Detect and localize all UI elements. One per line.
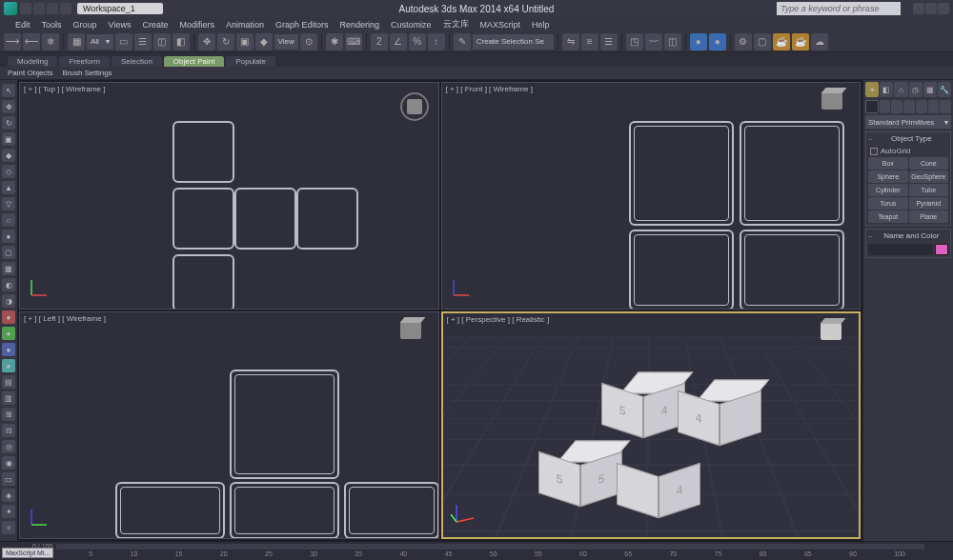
- display-tab-icon[interactable]: ▦: [923, 82, 937, 97]
- lt-cyan-icon[interactable]: ●: [2, 359, 15, 372]
- prim-sphere-button[interactable]: Sphere: [868, 170, 908, 183]
- manipulate-icon[interactable]: ✱: [326, 33, 343, 50]
- lt-tool-icon[interactable]: ▥: [2, 391, 15, 405]
- lt-tool-icon[interactable]: ▢: [2, 246, 15, 259]
- viewcube-icon[interactable]: [400, 92, 425, 117]
- tab-selection[interactable]: Selection: [112, 56, 162, 67]
- helpers-icon[interactable]: [916, 100, 927, 113]
- shapes-icon[interactable]: [880, 100, 891, 113]
- rollout-header[interactable]: Name and Color: [875, 231, 948, 242]
- workspace-selector[interactable]: Workspace_1: [77, 3, 163, 14]
- lt-tool-icon[interactable]: ⊟: [2, 424, 15, 437]
- lt-tool-icon[interactable]: ◇: [2, 165, 15, 178]
- lt-tool-icon[interactable]: ✦: [2, 505, 15, 518]
- edit-named-sel-icon[interactable]: ✎: [454, 33, 471, 50]
- select-object-icon[interactable]: ▭: [115, 33, 132, 50]
- close-icon[interactable]: [938, 3, 949, 14]
- placement-icon[interactable]: ◆: [255, 33, 273, 50]
- redo-icon[interactable]: [47, 3, 58, 14]
- spacewarps-icon[interactable]: [928, 100, 940, 113]
- lt-tool-icon[interactable]: ✧: [2, 521, 15, 534]
- lt-tool-icon[interactable]: ◑: [2, 294, 15, 308]
- menu-cloudlib[interactable]: 云文库: [437, 18, 475, 30]
- menu-modifiers[interactable]: Modifiers: [173, 20, 220, 30]
- qat-button[interactable]: [20, 3, 31, 14]
- lt-tool-icon[interactable]: ◈: [2, 489, 15, 502]
- menu-maxscript[interactable]: MAXScript: [475, 20, 527, 30]
- tab-object-paint[interactable]: Object Paint: [164, 56, 225, 67]
- lt-select-icon[interactable]: ↖: [2, 84, 15, 97]
- lt-scale-icon[interactable]: ▣: [2, 132, 15, 146]
- viewcube-icon[interactable]: [821, 92, 846, 117]
- help-search-input[interactable]: [777, 2, 901, 15]
- rollout-header[interactable]: Object Type: [875, 134, 948, 145]
- primitive-category-dropdown[interactable]: Standard Primitives▾: [865, 115, 951, 129]
- unlink-icon[interactable]: ⟵: [23, 33, 40, 50]
- selection-filter-icon[interactable]: ▦: [68, 33, 85, 50]
- lt-tool-icon[interactable]: ◐: [2, 278, 15, 291]
- lt-tool-icon[interactable]: ▲: [2, 181, 15, 194]
- render-in-cloud-icon[interactable]: ☁: [811, 33, 828, 50]
- lt-tool-icon[interactable]: ○: [2, 213, 15, 227]
- viewport-label[interactable]: [ + ] [ Perspective ] [ Realistic ]: [447, 315, 550, 324]
- prim-plane-button[interactable]: Plane: [909, 210, 949, 223]
- named-selection-dropdown[interactable]: Create Selection Se: [473, 34, 554, 50]
- lt-blue-icon[interactable]: ●: [2, 343, 15, 356]
- viewport-label[interactable]: [ + ] [ Front ] [ Wireframe ]: [446, 85, 533, 93]
- snap-2d-icon[interactable]: 2: [371, 33, 388, 50]
- select-region-icon[interactable]: ◫: [153, 33, 171, 50]
- prim-torus-button[interactable]: Torus: [868, 197, 908, 210]
- viewport-front[interactable]: [ + ] [ Front ] [ Wireframe ]: [441, 82, 862, 310]
- lt-tool-icon[interactable]: ▦: [2, 262, 15, 275]
- viewport-label[interactable]: [ + ] [ Left ] [ Wireframe ]: [24, 314, 106, 323]
- window-crossing-icon[interactable]: ◧: [172, 33, 190, 50]
- autogrid-checkbox[interactable]: AutoGrid: [868, 145, 948, 157]
- menu-group[interactable]: Group: [68, 20, 103, 30]
- menu-customize[interactable]: Customize: [385, 20, 437, 30]
- lights-icon[interactable]: [891, 100, 902, 113]
- object-name-input[interactable]: [868, 244, 933, 255]
- select-by-name-icon[interactable]: ☰: [134, 33, 152, 50]
- selection-filter-dropdown[interactable]: All ▾: [87, 34, 113, 50]
- snap-spinner-icon[interactable]: ↕: [428, 33, 445, 50]
- schematic-view-icon[interactable]: ◫: [664, 33, 681, 50]
- lt-move-icon[interactable]: ✥: [2, 100, 15, 113]
- rotate-icon[interactable]: ↻: [217, 33, 234, 50]
- lt-tool-icon[interactable]: ▽: [2, 197, 15, 210]
- lt-tool-icon[interactable]: ◆: [2, 149, 15, 162]
- lt-tool-icon[interactable]: ●: [2, 230, 15, 243]
- motion-tab-icon[interactable]: ◷: [909, 82, 923, 97]
- menu-help[interactable]: Help: [526, 20, 556, 30]
- tab-freeform[interactable]: Freeform: [59, 56, 109, 67]
- ref-coord-dropdown[interactable]: View: [274, 34, 298, 50]
- render-iterative-icon[interactable]: ☕: [792, 33, 809, 50]
- menu-edit[interactable]: Edit: [10, 20, 36, 30]
- lt-green-icon[interactable]: ●: [2, 327, 15, 340]
- graphite-icon[interactable]: ◳: [626, 33, 643, 50]
- bind-space-warp-icon[interactable]: ❄: [42, 33, 59, 50]
- geometry-icon[interactable]: [865, 100, 879, 113]
- lt-rotate-icon[interactable]: ↻: [2, 116, 15, 130]
- utilities-tab-icon[interactable]: 🔧: [938, 82, 951, 97]
- time-slider-track[interactable]: [56, 544, 924, 550]
- lt-tool-icon[interactable]: ⊞: [2, 408, 15, 421]
- viewport-left[interactable]: [ + ] [ Left ] [ Wireframe ]: [19, 311, 439, 539]
- app-logo-icon[interactable]: [4, 2, 17, 15]
- undo-icon[interactable]: [33, 3, 45, 14]
- lt-tool-icon[interactable]: ▤: [2, 375, 15, 389]
- cameras-icon[interactable]: [903, 100, 915, 113]
- lt-tool-icon[interactable]: ◎: [2, 440, 15, 453]
- keyboard-shortcut-icon[interactable]: ⌨: [345, 33, 362, 50]
- render-setup-icon[interactable]: ⚙: [735, 33, 752, 50]
- prim-box-button[interactable]: Box: [868, 157, 908, 170]
- tab-populate[interactable]: Populate: [226, 56, 275, 67]
- scale-icon[interactable]: ▣: [236, 33, 253, 50]
- menu-grapheditors[interactable]: Graph Editors: [270, 20, 335, 30]
- prim-pyramid-button[interactable]: Pyramid: [909, 197, 949, 210]
- viewcube-icon[interactable]: [821, 323, 845, 348]
- render-frame-icon[interactable]: ▢: [754, 33, 771, 50]
- menu-create[interactable]: Create: [136, 20, 173, 30]
- prim-teapot-button[interactable]: Teapot: [868, 210, 908, 223]
- hierarchy-tab-icon[interactable]: ⌂: [894, 82, 907, 97]
- tab-modeling[interactable]: Modeling: [8, 56, 57, 67]
